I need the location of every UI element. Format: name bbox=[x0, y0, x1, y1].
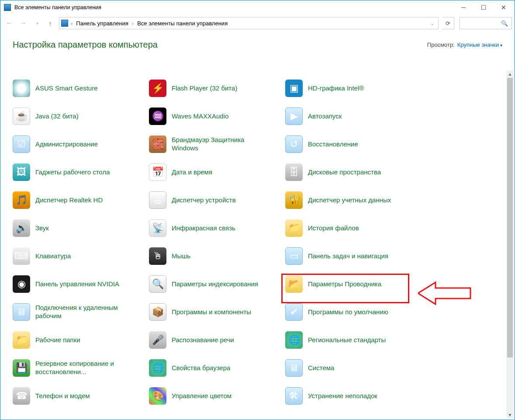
item-troubleshoot[interactable]: 🛠Устранение неполадок bbox=[283, 385, 419, 407]
item-asus-smart-gesture[interactable]: ◎ASUS Smart Gesture bbox=[11, 77, 146, 99]
item-nvidia[interactable]: ◉Панель управления NVIDIA bbox=[11, 273, 146, 295]
item-device-manager[interactable]: 🖨Диспетчер устройств bbox=[147, 189, 283, 211]
item-device-manager-icon: 🖨 bbox=[147, 190, 168, 211]
item-internet-options[interactable]: 🌐Свойства браузера bbox=[147, 357, 283, 379]
view-label: Просмотр: bbox=[427, 42, 455, 48]
item-infrared-label: Инфракрасная связь bbox=[172, 224, 235, 233]
back-button[interactable]: ← bbox=[3, 17, 15, 29]
search-icon: 🔍 bbox=[501, 20, 508, 27]
address-dropdown[interactable]: ⌵ bbox=[429, 21, 436, 26]
scroll-thumb[interactable] bbox=[507, 78, 513, 358]
item-keyboard-icon: ⌨ bbox=[11, 246, 32, 267]
item-keyboard[interactable]: ⌨Клавиатура bbox=[11, 245, 146, 267]
item-mouse[interactable]: 🖱Мышь bbox=[147, 245, 283, 267]
navbar: ← → ▾ ↑ › Панель управления › Все элемен… bbox=[0, 14, 515, 32]
item-taskbar-icon: ▭ bbox=[283, 246, 304, 267]
item-remote-desktop-icon: 🖥 bbox=[11, 302, 32, 323]
scroll-down-icon[interactable]: ▼ bbox=[506, 411, 514, 419]
history-dropdown[interactable]: ▾ bbox=[31, 17, 43, 29]
item-region[interactable]: 🌐Региональные стандарты bbox=[283, 329, 419, 351]
item-file-history-icon: 📁 bbox=[283, 218, 304, 239]
item-mouse-label: Мышь bbox=[172, 252, 190, 260]
refresh-button[interactable]: ⟳ bbox=[442, 17, 454, 29]
address-bar[interactable]: › Панель управления › Все элементы панел… bbox=[59, 17, 439, 29]
item-sound[interactable]: 🔊Звук bbox=[11, 217, 146, 239]
item-explorer-options[interactable]: 📂Параметры Проводника bbox=[283, 273, 419, 295]
item-remote-desktop-label: Подключения к удаленным рабочим bbox=[35, 304, 136, 320]
item-firewall[interactable]: 🧱Брандмауэр Защитника Windows bbox=[147, 133, 283, 155]
item-java-icon: ☕ bbox=[11, 106, 32, 127]
view-selector[interactable]: Крупные значки bbox=[457, 42, 502, 48]
titlebar: Все элементы панели управления ─ ☐ ✕ bbox=[0, 0, 515, 14]
item-date-time-label: Дата и время bbox=[172, 168, 212, 177]
chevron-icon[interactable]: › bbox=[131, 20, 135, 27]
search-input[interactable]: 🔍 bbox=[460, 17, 512, 29]
item-realtek-hd-label: Диспетчер Realtek HD bbox=[35, 196, 103, 205]
item-realtek-hd-icon: 🎵 bbox=[11, 190, 32, 211]
minimize-button[interactable]: ─ bbox=[453, 1, 474, 14]
item-backup-icon: 💾 bbox=[11, 358, 32, 378]
item-taskbar[interactable]: ▭Панель задач и навигация bbox=[283, 245, 419, 267]
item-sound-icon: 🔊 bbox=[11, 218, 32, 239]
item-default-programs[interactable]: ✔Программы по умолчанию bbox=[283, 301, 419, 323]
item-color-management-label: Управление цветом bbox=[172, 392, 232, 400]
item-speech-icon: 🎤 bbox=[147, 330, 168, 351]
item-speech[interactable]: 🎤Распознавание речи bbox=[147, 329, 283, 351]
item-waves-maxxaudio[interactable]: ♒Waves MAXXAudio bbox=[147, 105, 283, 127]
item-system[interactable]: 🖥Система bbox=[283, 357, 419, 379]
forward-button[interactable]: → bbox=[17, 17, 29, 29]
items-grid: ◎ASUS Smart Gesture⚡Flash Player (32 бит… bbox=[0, 70, 515, 414]
item-date-time[interactable]: 📅Дата и время bbox=[147, 161, 283, 183]
item-credential-manager-icon: 🔐 bbox=[283, 190, 304, 211]
up-button[interactable]: ↑ bbox=[45, 20, 55, 27]
item-intel-hd-graphics[interactable]: ▣HD-графика Intel® bbox=[283, 77, 419, 99]
item-internet-options-icon: 🌐 bbox=[147, 358, 168, 378]
app-icon bbox=[4, 4, 11, 11]
item-phone-modem[interactable]: ☎Телефон и модем bbox=[11, 385, 146, 407]
item-gadgets-icon: 🖼 bbox=[11, 162, 32, 183]
item-remote-desktop[interactable]: 🖥Подключения к удаленным рабочим bbox=[11, 301, 146, 323]
item-indexing[interactable]: 🔍Параметры индексирования bbox=[147, 273, 283, 295]
item-flash-player[interactable]: ⚡Flash Player (32 бита) bbox=[147, 77, 283, 99]
item-flash-player-label: Flash Player (32 бита) bbox=[172, 84, 237, 93]
item-waves-maxxaudio-icon: ♒ bbox=[147, 106, 168, 127]
maximize-button[interactable]: ☐ bbox=[474, 1, 494, 14]
item-phone-modem-icon: ☎ bbox=[11, 385, 32, 406]
item-work-folders[interactable]: 📁Рабочие папки bbox=[11, 329, 146, 351]
chevron-icon[interactable]: › bbox=[69, 20, 74, 27]
page-header: Настройка параметров компьютера Просмотр… bbox=[0, 32, 515, 54]
scrollbar[interactable]: ▲ ▼ bbox=[506, 70, 514, 419]
item-infrared[interactable]: 📡Инфракрасная связь bbox=[147, 217, 283, 239]
item-recovery-icon: ↺ bbox=[283, 134, 304, 155]
item-system-icon: 🖥 bbox=[283, 358, 304, 378]
item-programs-label: Программы и компоненты bbox=[172, 308, 251, 316]
item-storage-spaces-label: Дисковые пространства bbox=[308, 168, 381, 177]
item-keyboard-label: Клавиатура bbox=[35, 252, 71, 260]
item-recovery[interactable]: ↺Восстановление bbox=[283, 133, 419, 155]
item-backup[interactable]: 💾Резервное копирование и восстановлени..… bbox=[11, 357, 146, 379]
item-color-management[interactable]: 🎨Управление цветом bbox=[147, 385, 283, 407]
item-credential-manager-label: Диспетчер учетных данных bbox=[308, 196, 391, 205]
breadcrumb-seg2[interactable]: Все элементы панели управления bbox=[136, 20, 228, 27]
item-admin-tools[interactable]: ☑Администрирование bbox=[11, 133, 146, 155]
item-credential-manager[interactable]: 🔐Диспетчер учетных данных bbox=[283, 189, 419, 211]
item-system-label: Система bbox=[308, 364, 334, 372]
content-area: ◎ASUS Smart Gesture⚡Flash Player (32 бит… bbox=[0, 70, 515, 420]
item-java[interactable]: ☕Java (32 бита) bbox=[11, 105, 146, 127]
item-autoplay[interactable]: ▶Автозапуск bbox=[283, 105, 419, 127]
breadcrumb-seg1[interactable]: Панель управления bbox=[75, 20, 129, 27]
item-explorer-options-icon: 📂 bbox=[283, 274, 304, 295]
item-gadgets[interactable]: 🖼Гаджеты рабочего стола bbox=[11, 161, 146, 183]
item-realtek-hd[interactable]: 🎵Диспетчер Realtek HD bbox=[11, 189, 146, 211]
close-button[interactable]: ✕ bbox=[494, 1, 514, 14]
item-troubleshoot-label: Устранение неполадок bbox=[308, 392, 377, 400]
item-programs[interactable]: 📦Программы и компоненты bbox=[147, 301, 283, 323]
item-file-history[interactable]: 📁История файлов bbox=[283, 217, 419, 239]
item-autoplay-icon: ▶ bbox=[283, 106, 304, 127]
item-programs-icon: 📦 bbox=[147, 302, 168, 323]
scroll-up-icon[interactable]: ▲ bbox=[506, 70, 514, 78]
item-firewall-icon: 🧱 bbox=[147, 134, 168, 155]
item-storage-spaces[interactable]: 🗄Дисковые пространства bbox=[283, 161, 419, 183]
item-default-programs-icon: ✔ bbox=[283, 302, 304, 323]
item-firewall-label: Брандмауэр Защитника Windows bbox=[172, 136, 272, 153]
